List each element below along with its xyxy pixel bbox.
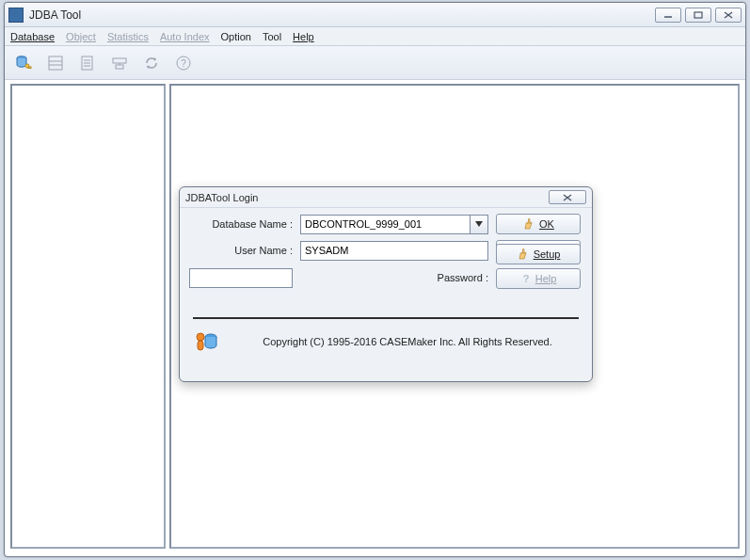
label-database: Database Name : bbox=[189, 218, 293, 230]
ok-label: OK bbox=[539, 218, 554, 230]
menu-help[interactable]: Help bbox=[293, 31, 314, 42]
dialog-separator bbox=[193, 317, 579, 319]
copyright-text: Copyright (C) 1995-2016 CASEMaker Inc. A… bbox=[236, 336, 579, 347]
username-input[interactable] bbox=[300, 241, 488, 261]
svg-rect-6 bbox=[28, 67, 31, 69]
database-key-icon bbox=[14, 54, 33, 72]
svg-text:?: ? bbox=[181, 58, 186, 69]
refresh-icon bbox=[142, 54, 161, 72]
setup-button[interactable]: Setup bbox=[496, 244, 581, 264]
svg-text:?: ? bbox=[522, 273, 529, 284]
close-button[interactable] bbox=[715, 8, 742, 23]
menu-option-label: Option bbox=[221, 31, 251, 42]
hand-setup-icon bbox=[517, 248, 530, 261]
close-icon bbox=[563, 194, 572, 201]
dialog-body: Database Name : OK User Name : Cancel Pa… bbox=[189, 214, 582, 289]
ok-button[interactable]: OK bbox=[496, 214, 581, 234]
tool-btn-4[interactable] bbox=[106, 50, 133, 76]
help-label: Help bbox=[535, 273, 557, 284]
titlebar: JDBA Tool bbox=[5, 3, 745, 27]
maximize-button[interactable] bbox=[685, 8, 711, 23]
brand-icon bbox=[193, 328, 219, 355]
window-controls bbox=[655, 8, 742, 23]
menu-autoindex: Auto Index bbox=[160, 31, 210, 42]
dialog-close-button[interactable] bbox=[549, 190, 586, 204]
database-select[interactable] bbox=[300, 215, 488, 234]
toolbar: ? bbox=[5, 46, 745, 80]
menu-object: Object bbox=[66, 31, 96, 42]
tool-btn-6[interactable]: ? bbox=[170, 50, 197, 76]
setup-label: Setup bbox=[534, 248, 561, 260]
password-input[interactable] bbox=[189, 268, 293, 288]
menubar: Database Object Statistics Auto Index Op… bbox=[5, 27, 745, 46]
tool-btn-2[interactable] bbox=[42, 50, 69, 76]
menu-statistics: Statistics bbox=[107, 31, 149, 42]
tool-connect-button[interactable] bbox=[10, 50, 37, 76]
svg-rect-26 bbox=[198, 341, 203, 350]
menu-statistics-label: Statistics bbox=[107, 31, 149, 42]
label-username: User Name : bbox=[189, 245, 293, 256]
menu-option[interactable]: Option bbox=[221, 31, 251, 42]
menu-tool[interactable]: Tool bbox=[263, 31, 281, 42]
dialog-footer: Copyright (C) 1995-2016 CASEMaker Inc. A… bbox=[193, 328, 579, 355]
database-dropdown-button[interactable] bbox=[470, 215, 488, 234]
close-icon bbox=[724, 11, 733, 19]
svg-rect-1 bbox=[694, 12, 702, 18]
menu-database[interactable]: Database bbox=[10, 31, 55, 42]
menu-help-label: Help bbox=[293, 31, 314, 42]
menu-autoindex-label: Auto Index bbox=[160, 31, 210, 42]
document-grid-icon bbox=[46, 54, 65, 72]
database-input[interactable] bbox=[300, 215, 470, 234]
tool-btn-3[interactable] bbox=[74, 50, 101, 76]
dialog-titlebar: JDBATool Login bbox=[180, 187, 592, 208]
chevron-down-icon bbox=[475, 221, 483, 227]
question-icon: ? bbox=[520, 273, 532, 284]
menu-tool-label: Tool bbox=[263, 31, 281, 42]
dialog-title: JDBATool Login bbox=[185, 192, 549, 203]
svg-rect-7 bbox=[49, 56, 62, 70]
window-title: JDBA Tool bbox=[29, 8, 655, 22]
page-icon bbox=[78, 54, 97, 72]
tree-panel bbox=[10, 84, 166, 549]
login-dialog: JDBATool Login Database Name : OK User N… bbox=[179, 186, 593, 382]
menu-object-label: Object bbox=[66, 31, 96, 42]
app-icon bbox=[8, 8, 24, 23]
minimize-button[interactable] bbox=[655, 8, 681, 23]
svg-point-25 bbox=[197, 333, 204, 341]
server-icon bbox=[110, 54, 129, 72]
svg-rect-15 bbox=[116, 65, 123, 69]
minimize-icon bbox=[663, 11, 673, 19]
label-password: Password : bbox=[300, 272, 488, 283]
svg-rect-14 bbox=[113, 58, 126, 63]
maximize-icon bbox=[694, 11, 703, 19]
tool-btn-5[interactable] bbox=[138, 50, 165, 76]
hand-ok-icon bbox=[522, 217, 535, 231]
help-button: ? Help bbox=[496, 268, 581, 289]
menu-database-label: Database bbox=[10, 31, 55, 42]
help-icon: ? bbox=[174, 54, 193, 72]
